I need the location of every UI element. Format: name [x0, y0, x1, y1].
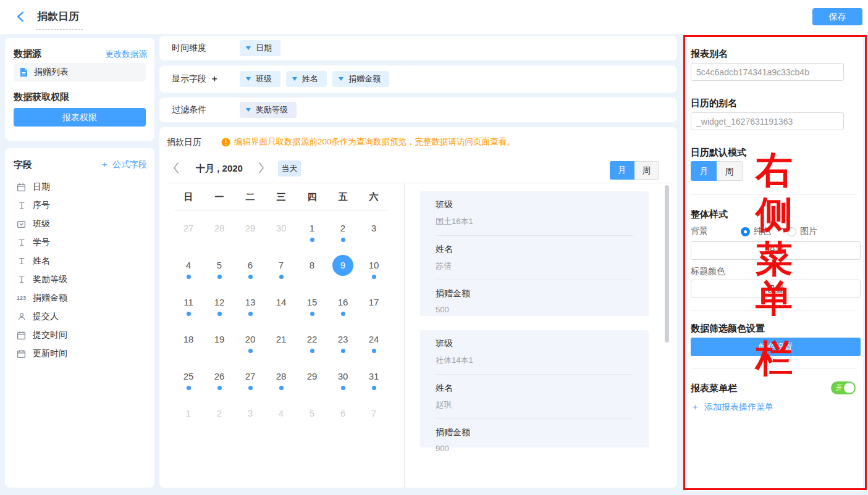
calendar-day[interactable]: 30: [266, 221, 297, 258]
calendar-day[interactable]: 6: [327, 406, 358, 443]
color-setting-button[interactable]: 颜色设置: [691, 338, 861, 356]
calendar-day[interactable]: 12: [204, 295, 235, 332]
calendar-day[interactable]: 10: [358, 258, 389, 295]
field-item[interactable]: 123 捐赠金额: [16, 289, 140, 307]
filter-tag[interactable]: 奖励等级: [240, 102, 297, 118]
scrollbar[interactable]: [665, 185, 669, 343]
event-dot-icon: [279, 386, 284, 390]
calendar-day[interactable]: 2: [327, 221, 358, 258]
calendar-day[interactable]: 2: [204, 406, 235, 443]
fields-title: 字段: [14, 159, 32, 171]
field-item[interactable]: 序号: [16, 196, 140, 215]
calendar-day[interactable]: 11: [173, 295, 204, 332]
chevron-down-icon: [292, 77, 297, 81]
calendar-day[interactable]: 15: [297, 295, 327, 332]
event-card[interactable]: 班级 社体14本1 姓名 赵琪 捐赠金额 900: [420, 330, 649, 447]
solid-color-option[interactable]: 纯色: [754, 226, 771, 237]
event-dot-icon: [217, 386, 222, 390]
calendar-day[interactable]: 27: [173, 221, 204, 258]
calendar-day[interactable]: 25: [173, 369, 204, 406]
calendar-day[interactable]: 29: [235, 221, 266, 258]
calendar-day[interactable]: 3: [358, 221, 389, 258]
time-dimension-tag[interactable]: 日期: [240, 40, 280, 56]
app-window: 捐款日历 保存 数据源 更改数据源 捐赠列表 数据获取权限 报表权限 字段 ＋ …: [0, 0, 868, 495]
calendar-day[interactable]: 5: [297, 406, 327, 443]
calendar-day[interactable]: 3: [235, 406, 266, 443]
calendar-day[interactable]: 1: [173, 406, 204, 443]
report-alias-input[interactable]: [691, 63, 844, 81]
calendar-day[interactable]: 28: [204, 221, 235, 258]
calendar-day[interactable]: 21: [266, 332, 297, 369]
calendar-day[interactable]: 4: [173, 258, 204, 295]
event-card[interactable]: 班级 国土16本1 姓名 苏倩 捐赠金额 500: [420, 191, 649, 316]
field-label: 班级: [33, 218, 50, 230]
event-dot-icon: [187, 275, 191, 279]
calendar-day[interactable]: 30: [327, 369, 358, 406]
radio-solid-color-icon[interactable]: [741, 227, 750, 236]
calendar-day[interactable]: 14: [266, 295, 297, 332]
calendar-day[interactable]: 23: [327, 332, 358, 369]
image-option[interactable]: 图片: [800, 226, 817, 237]
field-item[interactable]: 姓名: [16, 252, 140, 270]
field-item[interactable]: 更新时间: [16, 344, 140, 363]
calendar-day[interactable]: 6: [235, 258, 266, 295]
prev-month-icon[interactable]: [172, 160, 182, 175]
divider: [691, 194, 857, 195]
text-icon: [16, 238, 27, 248]
calendar-day[interactable]: 18: [173, 332, 204, 369]
calendar-day[interactable]: 24: [358, 332, 389, 369]
back-icon[interactable]: [15, 10, 27, 23]
background-setting-button[interactable]: 设置: [691, 241, 861, 260]
calendar-day[interactable]: 5: [204, 258, 235, 295]
calendar-alias-input[interactable]: [691, 112, 844, 130]
default-mode-month-button[interactable]: 月: [691, 161, 717, 181]
time-dimension-label: 时间维度: [172, 36, 206, 60]
report-menu-toggle[interactable]: 开: [831, 381, 856, 394]
change-datasource-link[interactable]: 更改数据源: [106, 49, 148, 60]
calendar-day[interactable]: 26: [204, 369, 235, 406]
field-item[interactable]: 日期: [16, 178, 140, 196]
display-field-tag[interactable]: 捐赠金额: [332, 71, 389, 87]
calendar-day[interactable]: 13: [235, 295, 266, 332]
calendar-day[interactable]: 31: [358, 369, 389, 406]
add-display-field-icon[interactable]: ＋: [210, 73, 219, 85]
calendar-day[interactable]: 22: [297, 332, 327, 369]
calendar-day[interactable]: 16: [327, 295, 358, 332]
calendar-day[interactable]: 20: [235, 332, 266, 369]
datasource-item[interactable]: 捐赠列表: [14, 63, 146, 81]
title-color-setting-button[interactable]: 设置: [691, 280, 861, 298]
calendar-day[interactable]: 1: [297, 221, 327, 258]
calendar-day-selected[interactable]: 9: [327, 258, 358, 295]
field-item[interactable]: 提交时间: [16, 326, 140, 344]
calendar-day[interactable]: 8: [297, 258, 327, 295]
formula-field-link[interactable]: ＋ 公式字段: [100, 159, 147, 170]
radio-image-icon[interactable]: [787, 227, 796, 236]
mode-week-button[interactable]: 周: [634, 161, 659, 180]
report-permission-button[interactable]: 报表权限: [14, 108, 146, 127]
next-month-icon[interactable]: [257, 160, 267, 175]
mode-month-button[interactable]: 月: [610, 161, 634, 180]
calendar-day[interactable]: 7: [358, 406, 389, 443]
field-item[interactable]: 提交人: [16, 307, 140, 326]
field-item[interactable]: 学号: [16, 233, 140, 252]
datasource-title: 数据源: [14, 48, 41, 60]
default-mode-week-button[interactable]: 周: [717, 161, 743, 181]
settings-panel: 报表别名 日历的别名 日历默认模式 月 周 整体样式 背景 纯色 图片 设置 标…: [685, 34, 863, 491]
display-field-tag[interactable]: 姓名: [286, 71, 327, 87]
calendar-day[interactable]: 27: [235, 369, 266, 406]
calendar-day[interactable]: 19: [204, 332, 235, 369]
calendar-day[interactable]: 29: [297, 369, 327, 406]
field-item[interactable]: 班级: [16, 215, 140, 233]
add-report-menu-link[interactable]: ＋ 添加报表操作菜单: [691, 402, 773, 413]
field-item[interactable]: 奖励等级: [16, 270, 140, 289]
display-field-tag[interactable]: 班级: [240, 71, 280, 87]
background-label: 背景: [691, 226, 708, 237]
today-button[interactable]: 当天: [278, 160, 301, 177]
field-label: 提交时间: [33, 330, 67, 341]
calendar-day[interactable]: 7: [266, 258, 297, 295]
calendar-day[interactable]: 4: [266, 406, 297, 443]
save-button[interactable]: 保存: [812, 8, 862, 25]
calendar-day[interactable]: 17: [358, 295, 389, 332]
calendar-panel-title: 捐款日历: [167, 137, 201, 148]
calendar-day[interactable]: 28: [266, 369, 297, 406]
